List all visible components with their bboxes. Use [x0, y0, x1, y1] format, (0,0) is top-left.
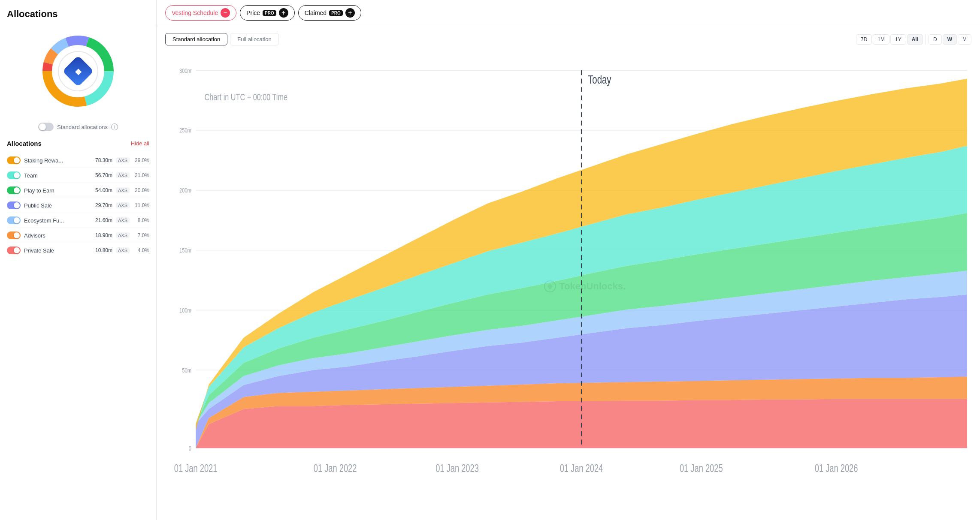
tab-vesting-label: Vesting Schedule: [172, 9, 218, 16]
allocation-item-symbol: AXS: [116, 187, 130, 193]
allocation-item-symbol: AXS: [116, 157, 130, 163]
allocations-section-title: Allocations: [7, 140, 42, 147]
tab-vesting-schedule[interactable]: Vesting Schedule −: [165, 5, 236, 21]
allocation-item-pct: 8.0%: [133, 217, 149, 223]
allocation-item-name: Private Sale: [24, 247, 92, 254]
time-7d-button[interactable]: 7D: [856, 34, 872, 45]
allocation-item-symbol: AXS: [116, 202, 130, 208]
allocation-item-toggle[interactable]: [7, 216, 21, 224]
tab-bar: Vesting Schedule − Price PRO + Claimed P…: [157, 0, 980, 26]
allocation-item-pct: 29.0%: [133, 157, 149, 163]
allocation-item-amount: 18.90m: [95, 232, 112, 238]
allocation-item-toggle[interactable]: [7, 231, 21, 239]
svg-text:300m: 300m: [179, 67, 191, 74]
time-controls: 7D 1M 1Y All D W M: [856, 34, 971, 45]
price-pro-badge: PRO: [263, 10, 276, 16]
toggle-knob: [39, 123, 46, 130]
allocation-item-amount: 78.30m: [95, 157, 112, 163]
allocation-item-pct: 21.0%: [133, 172, 149, 178]
chart-controls: Standard allocation Full allocation 7D 1…: [165, 33, 971, 45]
tab-claimed[interactable]: Claimed PRO +: [298, 5, 361, 21]
allocation-item-pct: 11.0%: [133, 202, 149, 208]
allocations-list: Staking Rewa...78.30mAXS29.0%Team56.70mA…: [7, 153, 149, 258]
main-content: Vesting Schedule − Price PRO + Claimed P…: [157, 0, 980, 520]
allocation-item-amount: 10.80m: [95, 247, 112, 253]
allocation-item-amount: 29.70m: [95, 202, 112, 208]
allocation-item-name: Ecosystem Fu...: [24, 217, 92, 224]
full-allocation-button[interactable]: Full allocation: [230, 33, 279, 45]
sidebar: Allocations: [0, 0, 157, 520]
interval-w-button[interactable]: W: [943, 34, 957, 45]
svg-text:01 Jan 2024: 01 Jan 2024: [560, 462, 603, 475]
interval-d-button[interactable]: D: [929, 34, 942, 45]
allocation-item: Public Sale29.70mAXS11.0%: [7, 198, 149, 213]
allocation-item-symbol: AXS: [116, 232, 130, 238]
standard-allocation-button[interactable]: Standard allocation: [165, 33, 227, 45]
allocation-item-toggle[interactable]: [7, 246, 21, 254]
price-add-button[interactable]: +: [279, 8, 288, 18]
allocation-item: Team56.70mAXS21.0%: [7, 168, 149, 183]
allocation-item-pct: 7.0%: [133, 232, 149, 238]
allocation-item-toggle[interactable]: [7, 201, 21, 209]
svg-text:01 Jan 2025: 01 Jan 2025: [680, 462, 723, 475]
allocation-item-name: Staking Rewa...: [24, 157, 92, 164]
svg-text:01 Jan 2026: 01 Jan 2026: [815, 462, 858, 475]
allocation-item-symbol: AXS: [116, 217, 130, 223]
svg-text:150m: 150m: [179, 246, 191, 254]
allocation-type-buttons: Standard allocation Full allocation: [165, 33, 279, 45]
svg-text:50m: 50m: [182, 367, 191, 374]
allocation-item-symbol: AXS: [116, 247, 130, 253]
time-1y-button[interactable]: 1Y: [890, 34, 906, 45]
allocation-item-toggle[interactable]: [7, 171, 21, 179]
allocation-item-name: Team: [24, 172, 92, 179]
allocation-item: Staking Rewa...78.30mAXS29.0%: [7, 153, 149, 168]
interval-m-button[interactable]: M: [958, 34, 971, 45]
time-1m-button[interactable]: 1M: [873, 34, 889, 45]
allocations-header: Allocations Hide all: [7, 140, 149, 147]
svg-text:01 Jan 2023: 01 Jan 2023: [436, 462, 479, 475]
hide-all-button[interactable]: Hide all: [131, 140, 149, 147]
donut-chart: ◆: [35, 28, 121, 114]
allocation-item-amount: 54.00m: [95, 187, 112, 193]
chart-area: Standard allocation Full allocation 7D 1…: [157, 26, 980, 520]
allocation-item: Advisors18.90mAXS7.0%: [7, 228, 149, 243]
allocation-item-name: Advisors: [24, 232, 92, 239]
allocation-item-name: Public Sale: [24, 202, 92, 209]
svg-text:01 Jan 2022: 01 Jan 2022: [314, 462, 357, 475]
vesting-chart: 300m 250m 200m 150m 100m 50m 0 Chart in …: [165, 52, 971, 520]
svg-text:0: 0: [189, 445, 191, 452]
axs-icon: ◆: [62, 55, 94, 87]
standard-allocations-toggle[interactable]: [38, 123, 54, 131]
svg-text:Chart in UTC + 00:00 Time: Chart in UTC + 00:00 Time: [204, 91, 287, 102]
vesting-remove-button[interactable]: −: [221, 8, 230, 18]
svg-text:Today: Today: [588, 73, 611, 86]
tab-price-label: Price: [246, 9, 260, 16]
svg-text:01 Jan 2021: 01 Jan 2021: [174, 462, 218, 475]
tab-claimed-label: Claimed: [305, 9, 327, 16]
donut-center-logo: ◆: [59, 52, 97, 90]
tab-price[interactable]: Price PRO +: [240, 5, 295, 21]
sidebar-title: Allocations: [7, 9, 149, 20]
svg-text:200m: 200m: [179, 187, 191, 194]
allocation-item-amount: 56.70m: [95, 172, 112, 178]
donut-container: ◆: [7, 28, 149, 114]
allocation-item-pct: 20.0%: [133, 187, 149, 193]
allocation-item: Private Sale10.80mAXS4.0%: [7, 243, 149, 258]
claimed-pro-badge: PRO: [329, 10, 343, 16]
allocation-item-toggle[interactable]: [7, 156, 21, 164]
svg-text:250m: 250m: [179, 127, 191, 134]
svg-text:100m: 100m: [179, 307, 191, 314]
allocation-item: Ecosystem Fu...21.60mAXS8.0%: [7, 213, 149, 228]
standard-allocations-toggle-row: Standard allocations i: [7, 123, 149, 131]
allocation-item-symbol: AXS: [116, 172, 130, 178]
time-divider: [926, 34, 926, 45]
info-icon[interactable]: i: [111, 123, 118, 130]
allocation-item-toggle[interactable]: [7, 186, 21, 194]
allocation-item: Play to Earn54.00mAXS20.0%: [7, 183, 149, 198]
time-all-button[interactable]: All: [907, 34, 923, 45]
allocation-item-amount: 21.60m: [95, 217, 112, 223]
claimed-add-button[interactable]: +: [345, 8, 355, 18]
allocation-item-pct: 4.0%: [133, 247, 149, 253]
allocation-item-name: Play to Earn: [24, 187, 92, 194]
toggle-label: Standard allocations: [57, 124, 108, 130]
